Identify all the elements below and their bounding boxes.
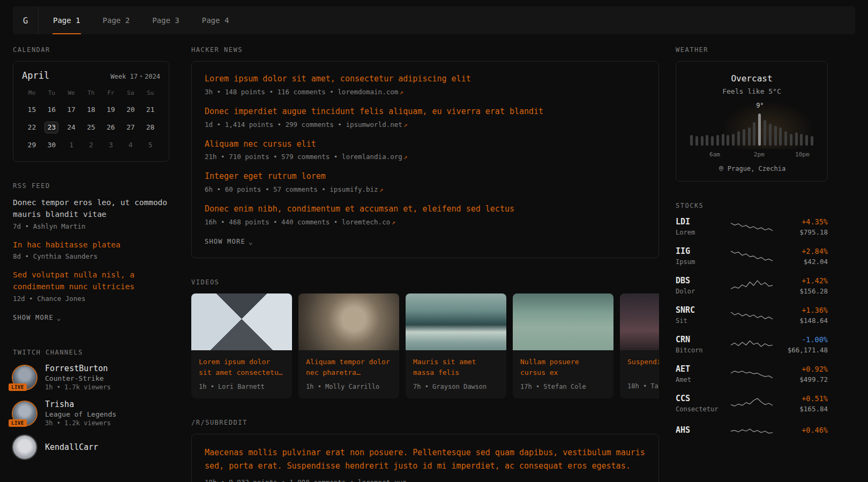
- stock-row[interactable]: AET Amet +0.92% $499.72: [676, 364, 828, 383]
- rss-item-link[interactable]: Sed volutpat nulla nisl, a condimentum n…: [13, 269, 169, 293]
- calendar-box: April Week 17•2024 MoTuWeThFrSaSu1516171…: [13, 61, 169, 162]
- stock-values: -1.00% $66,171.48: [779, 335, 828, 354]
- dashboard-page: G Page 1 Page 2 Page 3 Page 4 CALENDAR A…: [0, 0, 868, 482]
- weather-bars: [690, 112, 813, 146]
- video-meta: 17h • Stefan Cole: [520, 383, 606, 390]
- rss-show-more-button[interactable]: SHOW MORE⌄: [13, 314, 62, 322]
- calendar-grid: MoTuWeThFrSaSu15161718192021222324252627…: [22, 89, 160, 152]
- stock-row[interactable]: AHS +0.46%: [676, 423, 828, 439]
- weather-hour-bar: [748, 127, 751, 146]
- stock-sparkline: [725, 423, 779, 439]
- channel-info: Trisha League of Legends 3h • 1.2k viewe…: [45, 400, 116, 427]
- video-meta: 18h • Tara: [627, 382, 659, 390]
- stock-sparkline: [725, 248, 779, 264]
- stock-values: +0.46%: [779, 426, 828, 436]
- news-meta: 16h • 468 points • 440 comments • loremt…: [205, 218, 646, 226]
- weather-hour-bar: [753, 122, 755, 146]
- rss-item-link[interactable]: In hac habitasse platea: [13, 239, 169, 251]
- stock-row[interactable]: SNRC Sit +1.36% $148.64: [676, 305, 828, 325]
- rss-item-link[interactable]: Donec tempor eros leo, ut commodo mauris…: [13, 197, 169, 221]
- external-link-icon: ↗: [399, 88, 403, 96]
- stock-id: CCS Consectetur: [676, 394, 725, 413]
- subreddit-post-meta: 19h • 9,932 points • 1,090 comments • lo…: [205, 478, 646, 482]
- channel-game: Counter-Strike: [45, 374, 111, 382]
- calendar-header: April Week 17•2024: [22, 70, 160, 81]
- video-card[interactable]: Mauris sit amet massa felis 7h • Grayson…: [406, 293, 506, 398]
- calendar-day-name: Fr: [101, 89, 121, 99]
- stock-row[interactable]: DBS Dolor +1.42% $156.28: [676, 276, 828, 295]
- video-card[interactable]: Aliquam tempor dolor nec pharetra… 1h • …: [298, 293, 399, 398]
- video-meta: 1h • Molly Carrillo: [306, 383, 392, 390]
- calendar-day-cell: 20: [121, 103, 140, 116]
- news-title-link[interactable]: Donec enim nibh, condimentum et accumsan…: [205, 204, 646, 215]
- avatar-wrap: LIVE: [13, 402, 36, 425]
- weather-hour-bar: [800, 134, 803, 146]
- news-title-link[interactable]: Donec imperdiet augue tincidunt felis al…: [205, 106, 646, 118]
- video-title: Mauris sit amet massa felis: [413, 357, 499, 378]
- weather-hour-bar: [774, 126, 777, 146]
- calendar-day-cell: 27: [121, 121, 140, 134]
- weather-condition: Overcast: [686, 73, 818, 84]
- stock-row[interactable]: CCS Consectetur +0.51% $165.84: [676, 394, 828, 413]
- calendar-day-name: We: [62, 89, 81, 99]
- news-title-link[interactable]: Integer eget rutrum lorem: [205, 171, 646, 183]
- avatar-wrap: LIVE: [13, 366, 36, 389]
- weather-hour-bar: [790, 134, 792, 146]
- stock-ticker: AHS: [676, 425, 725, 435]
- stock-change: +1.42%: [779, 276, 828, 285]
- external-link-icon: ↗: [379, 185, 384, 193]
- time-label: 2pm: [754, 151, 765, 158]
- calendar-day-cell: 16: [42, 103, 62, 116]
- video-title: Lorem ipsum dolor sit amet consectetu…: [199, 357, 285, 378]
- stock-name: Bitcorn: [676, 347, 725, 354]
- stock-id: SNRC Sit: [676, 305, 725, 325]
- news-title-link[interactable]: Aliquam nec cursus elit: [205, 139, 646, 150]
- dot-separator: •: [139, 73, 143, 80]
- weather-hour-bar: [758, 114, 761, 146]
- stocks-widget: STOCKS LDI Lorem +4.35% $795.18 IIG: [676, 202, 828, 439]
- left-column: CALENDAR April Week 17•2024 MoTuWeThFrSa…: [13, 46, 169, 468]
- stock-row[interactable]: LDI Lorem +4.35% $795.18: [676, 217, 828, 236]
- calendar-day-name: Th: [81, 89, 101, 99]
- weather-hour-bar: [769, 124, 772, 146]
- video-card[interactable]: Nullam posuere cursus ex 17h • Stefan Co…: [513, 293, 613, 398]
- calendar-day-cell: 29: [22, 139, 42, 152]
- page-tabs: Page 1 Page 2 Page 3 Page 4: [42, 6, 240, 34]
- stock-row[interactable]: IIG Ipsum +2.84% $42.04: [676, 246, 828, 266]
- stock-ticker: CCS: [676, 394, 725, 403]
- calendar-day-cell: 17: [62, 103, 81, 116]
- stock-price: $66,171.48: [779, 346, 828, 354]
- news-title-link[interactable]: Lorem ipsum dolor sit amet, consectetur …: [205, 73, 646, 85]
- content-columns: CALENDAR April Week 17•2024 MoTuWeThFrSa…: [13, 34, 855, 482]
- video-info: Suspendisse diam 18h • Tara: [620, 350, 659, 398]
- stock-id: DBS Dolor: [676, 276, 725, 295]
- rss-item-meta: 8d • Cynthia Saunders: [13, 252, 169, 260]
- video-thumbnail: [298, 293, 399, 350]
- stock-id: AHS: [676, 425, 725, 437]
- video-carousel: Lorem ipsum dolor sit amet consectetu… 1…: [191, 293, 659, 398]
- tab-page-4[interactable]: Page 4: [191, 6, 241, 34]
- video-meta: 1h • Lori Barnett: [199, 383, 285, 390]
- video-card[interactable]: Suspendisse diam 18h • Tara: [620, 293, 659, 398]
- tab-page-1[interactable]: Page 1: [42, 6, 92, 34]
- stock-values: +2.84% $42.04: [779, 247, 828, 266]
- video-thumbnail: [513, 293, 613, 350]
- video-title: Aliquam tempor dolor nec pharetra…: [306, 357, 392, 378]
- stock-ticker: SNRC: [676, 305, 725, 315]
- subreddit-post-link[interactable]: Maecenas mollis pulvinar erat non posuer…: [205, 446, 646, 473]
- app-logo[interactable]: G: [13, 6, 39, 34]
- stock-values: +4.35% $795.18: [779, 217, 828, 236]
- news-show-more-button[interactable]: SHOW MORE⌄: [205, 238, 253, 246]
- tab-page-3[interactable]: Page 3: [141, 6, 191, 34]
- tab-page-2[interactable]: Page 2: [92, 6, 141, 34]
- twitch-channel[interactable]: LIVE Trisha League of Legends 3h • 1.2k …: [13, 400, 169, 427]
- twitch-channel[interactable]: LIVE ForrestBurton Counter-Strike 1h • 1…: [13, 364, 169, 391]
- channel-name: Trisha: [45, 400, 116, 409]
- twitch-channel[interactable]: KendallCarr: [13, 435, 169, 459]
- external-link-icon: ↗: [391, 218, 395, 226]
- weather-hour-bar: [722, 134, 724, 146]
- stock-id: LDI Lorem: [676, 217, 725, 236]
- stock-name: Dolor: [676, 288, 725, 295]
- stock-row[interactable]: CRN Bitcorn -1.00% $66,171.48: [676, 335, 828, 354]
- video-card[interactable]: Lorem ipsum dolor sit amet consectetu… 1…: [191, 293, 292, 398]
